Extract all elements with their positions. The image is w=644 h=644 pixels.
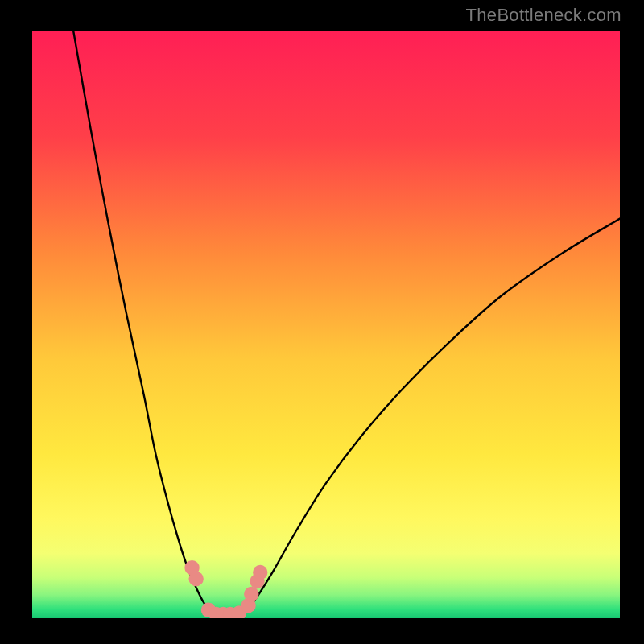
chart-curves (32, 31, 620, 618)
bottleneck-curve (73, 31, 620, 614)
plot-area (32, 31, 620, 618)
attribution-text: TheBottleneck.com (466, 5, 621, 26)
chart-frame: TheBottleneck.com (0, 0, 644, 644)
data-marker (188, 572, 203, 586)
data-marker (244, 587, 258, 601)
data-marker (253, 565, 267, 580)
